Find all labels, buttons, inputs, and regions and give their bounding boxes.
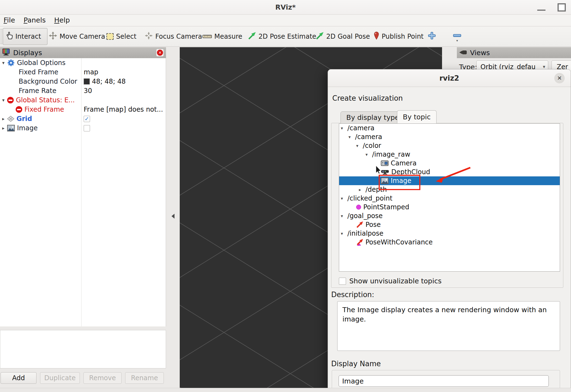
display-name-input[interactable] — [339, 375, 549, 387]
display-pointstamped[interactable]: PointStamped — [339, 203, 560, 211]
green-arrow-icon — [316, 32, 324, 41]
displays-tree: ▾ Global Options Fixed Frame map Backgro… — [0, 58, 166, 326]
interact-button[interactable]: Interact — [3, 28, 47, 45]
color-swatch — [84, 78, 90, 84]
views-panel-title: Views — [470, 49, 490, 57]
topic-label: /image_raw — [372, 151, 410, 158]
topic-camera[interactable]: ▾ /camera — [339, 124, 560, 132]
pose-estimate-button[interactable]: 2D Pose Estimate — [248, 32, 316, 41]
topic-clicked-point[interactable]: ▾ /clicked_point — [339, 194, 560, 203]
display-depthcloud[interactable]: DepthCloud — [339, 168, 560, 176]
error-message: Frame [map] does not... — [84, 105, 163, 114]
row-global-options[interactable]: ▾ Global Options — [0, 58, 166, 67]
expand-arrow-icon[interactable]: ▾ — [0, 97, 7, 103]
image-icon — [381, 177, 389, 184]
menu-panels[interactable]: Panels — [20, 15, 49, 24]
expand-arrow-icon[interactable]: ▾ — [341, 213, 347, 219]
focus-camera-button[interactable]: Focus Camera — [145, 32, 202, 41]
expand-arrow-icon[interactable]: ▾ — [348, 134, 355, 140]
expand-arrow-icon[interactable]: ▾ — [365, 152, 372, 157]
move-camera-icon — [49, 32, 57, 41]
frame-rate-value[interactable]: 30 — [84, 86, 92, 95]
measure-button[interactable]: Measure — [202, 33, 242, 40]
topic-image-raw[interactable]: ▾ /image_raw — [339, 150, 560, 159]
expand-arrow-icon[interactable]: ▾ — [356, 143, 363, 148]
grid-checkbox[interactable] — [84, 116, 90, 122]
display-posewithcovariance[interactable]: PoseWithCovariance — [339, 238, 560, 247]
expand-arrow-icon[interactable]: ▸ — [0, 125, 7, 131]
close-panel-button[interactable] — [156, 49, 164, 57]
views-camera-icon — [459, 49, 467, 57]
row-background-color[interactable]: Background Color 48; 48; 48 — [0, 77, 166, 86]
display-image-selected[interactable]: Image — [339, 176, 560, 185]
dialog-close-button[interactable] — [554, 73, 565, 83]
topic-camera-sub[interactable]: ▾ /camera — [339, 132, 560, 141]
row-label: Global Status: E... — [16, 96, 75, 104]
goal-pose-button[interactable]: 2D Goal Pose — [316, 32, 370, 41]
expand-arrow-icon[interactable]: ▾ — [341, 126, 347, 131]
display-name-group — [332, 370, 560, 389]
select-button[interactable]: Select — [106, 33, 136, 40]
show-unvisualizable-checkbox[interactable] — [339, 278, 346, 285]
minimize-icon[interactable] — [537, 10, 545, 11]
description-text: The Image display creates a new renderin… — [342, 306, 547, 323]
row-fixed-frame-error[interactable]: Fixed Frame Frame [map] does not... — [0, 105, 166, 114]
rename-button[interactable]: Rename — [125, 372, 164, 384]
row-grid[interactable]: ▸ Grid — [0, 114, 166, 123]
panel-collapse-arrow-icon[interactable] — [171, 214, 175, 219]
pose-arrow-icon — [356, 221, 363, 228]
rviz-window: RViz* File Panels Help Interact Move Cam… — [0, 0, 571, 392]
expand-arrow-icon[interactable]: ▾ — [341, 196, 347, 201]
expand-arrow-icon[interactable]: ▸ — [0, 116, 7, 122]
gear-icon — [7, 59, 15, 67]
remove-button[interactable]: Remove — [83, 372, 122, 384]
show-unvisualizable-row[interactable]: Show unvisualizable topics — [339, 277, 441, 285]
camera-icon — [381, 160, 389, 166]
displays-panel-header[interactable]: Displays — [0, 47, 166, 58]
row-global-status[interactable]: ▾ Global Status: E... — [0, 95, 166, 105]
menu-file[interactable]: File — [0, 15, 19, 24]
toolbar-handle[interactable] — [1, 29, 2, 44]
move-camera-button[interactable]: Move Camera — [49, 32, 105, 41]
tab-by-display-type[interactable]: By display type — [341, 111, 405, 124]
expand-arrow-icon[interactable]: ▾ — [341, 231, 347, 236]
tab-by-topic[interactable]: By topic — [397, 110, 437, 123]
status-bar — [0, 388, 571, 392]
title-bar[interactable]: RViz* — [0, 0, 571, 15]
expand-arrow-icon[interactable]: ▾ — [0, 60, 7, 66]
views-panel-header[interactable]: Views — [457, 47, 571, 58]
topic-goal-pose[interactable]: ▾ /goal_pose — [339, 211, 560, 220]
maximize-icon[interactable] — [558, 3, 566, 12]
topic-label: /goal_pose — [347, 212, 383, 220]
add-tool-button[interactable] — [427, 31, 436, 42]
add-button[interactable]: Add — [1, 372, 36, 384]
menu-help[interactable]: Help — [51, 15, 74, 24]
expand-arrow-icon[interactable]: ▸ — [359, 187, 365, 192]
topic-label: /clicked_point — [347, 194, 392, 202]
display-pose[interactable]: Pose — [339, 220, 560, 229]
dialog-title-bar[interactable]: rviz2 — [328, 69, 571, 87]
topic-depth[interactable]: ▸ /depth — [339, 185, 560, 194]
pose-estimate-label: 2D Pose Estimate — [258, 33, 316, 40]
topic-color[interactable]: ▾ /color — [339, 141, 560, 150]
publish-point-label: Publish Point — [382, 33, 424, 40]
fixed-frame-value[interactable]: map — [84, 67, 98, 77]
map-pin-icon — [374, 32, 379, 41]
row-image[interactable]: ▸ Image — [0, 123, 166, 133]
display-label: Camera — [391, 159, 417, 167]
tab-label: By display type — [346, 114, 399, 122]
publish-point-button[interactable]: Publish Point — [374, 32, 424, 41]
duplicate-button[interactable]: Duplicate — [40, 372, 80, 384]
background-color-value[interactable]: 48; 48; 48 — [84, 77, 126, 86]
display-label: Pose — [365, 221, 381, 229]
display-camera[interactable]: Camera — [339, 159, 560, 168]
select-box-icon — [106, 33, 114, 40]
duplicate-label: Duplicate — [44, 374, 75, 382]
image-checkbox[interactable] — [84, 125, 90, 131]
row-fixed-frame[interactable]: Fixed Frame map — [0, 67, 166, 77]
topic-initialpose[interactable]: ▾ /initialpose — [339, 229, 560, 238]
display-label: PointStamped — [363, 203, 409, 211]
topic-label: /camera — [355, 133, 382, 141]
remove-tool-button[interactable]: ▾ — [453, 31, 462, 42]
row-frame-rate[interactable]: Frame Rate 30 — [0, 86, 166, 95]
